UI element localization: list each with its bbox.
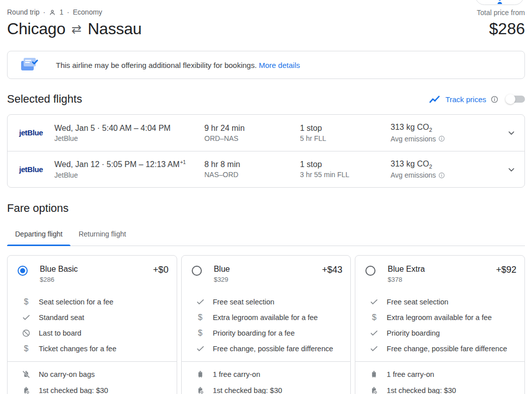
fare-radio[interactable] bbox=[365, 266, 375, 276]
dollar-icon: $ bbox=[20, 344, 33, 353]
fare-card-blue[interactable]: Blue $329 +$43 Free seat selection $ Ext… bbox=[181, 255, 351, 394]
fare-name: Blue Extra bbox=[388, 265, 425, 274]
track-prices-control: Track prices bbox=[429, 94, 525, 104]
dollar-icon: $ bbox=[367, 313, 381, 322]
flight-stops: 1 stop bbox=[300, 124, 386, 133]
flight-row-returning[interactable]: jetBlue Wed, Jan 12 · 5:05 PM – 12:13 AM… bbox=[8, 151, 524, 187]
flight-emissions: 313 kg CO2 bbox=[391, 160, 493, 170]
dollar-icon: $ bbox=[194, 313, 207, 322]
emissions-label: Avg emissions bbox=[391, 171, 493, 179]
blocked-icon bbox=[20, 329, 33, 338]
tab-returning-flight[interactable]: Returning flight bbox=[70, 222, 134, 246]
fare-feature: $ Extra legroom available for a fee bbox=[182, 309, 351, 325]
dollar-icon: $ bbox=[20, 297, 33, 306]
fare-feature: Free seat selection bbox=[355, 294, 524, 309]
header: Round trip · 1 · Economy Chicago ⇄ Nassa… bbox=[7, 7, 525, 38]
fare-options-title: Fare options bbox=[7, 202, 525, 215]
jetblue-logo: jetBlue bbox=[19, 128, 43, 137]
no-carry-on-icon bbox=[20, 370, 33, 379]
flight-emissions: 313 kg CO2 bbox=[391, 123, 493, 133]
info-icon[interactable] bbox=[438, 172, 445, 179]
track-prices-toggle[interactable] bbox=[507, 96, 525, 103]
fare-name: Blue Basic bbox=[40, 265, 78, 274]
checked-bag-icon bbox=[20, 386, 33, 394]
flight-stops: 1 stop bbox=[300, 160, 386, 169]
dollar-icon: $ bbox=[194, 329, 207, 338]
total-price-label: Total price from bbox=[477, 9, 525, 17]
flight-date-times: Wed, Jan 12 · 5:05 PM – 12:13 AM+1 bbox=[54, 160, 199, 169]
airline-name: JetBlue bbox=[54, 134, 199, 142]
tab-departing-flight[interactable]: Departing flight bbox=[7, 222, 70, 246]
selected-flight-list: jetBlue Wed, Jan 5 · 5:40 AM – 4:04 PM J… bbox=[7, 114, 525, 188]
jetblue-logo: jetBlue bbox=[19, 165, 43, 174]
check-icon bbox=[367, 344, 381, 353]
share-icon bbox=[496, 0, 503, 4]
track-prices-label[interactable]: Track prices bbox=[445, 95, 486, 104]
total-price-value: $286 bbox=[477, 20, 525, 38]
cabin-class-label: Economy bbox=[73, 8, 102, 16]
airline-name: JetBlue bbox=[54, 171, 199, 179]
check-icon bbox=[367, 297, 381, 306]
fare-name: Blue bbox=[214, 265, 230, 274]
fare-feature: Free change, possible fare difference bbox=[182, 341, 351, 356]
trip-type-label: Round trip bbox=[7, 8, 40, 16]
fare-grid: Blue Basic $286 +$0 $ Seat selection for… bbox=[7, 255, 525, 394]
more-details-link[interactable]: More details bbox=[259, 61, 300, 69]
fare-card-blue-basic[interactable]: Blue Basic $286 +$0 $ Seat selection for… bbox=[7, 255, 177, 394]
fare-price-delta: +$0 bbox=[153, 265, 169, 275]
fact-check-icon bbox=[20, 56, 42, 74]
fare-feature: $ Seat selection for a fee bbox=[8, 294, 177, 309]
flight-date-times: Wed, Jan 5 · 5:40 AM – 4:04 PM bbox=[54, 123, 199, 133]
baggage-row: No carry-on bags bbox=[8, 366, 177, 382]
fare-base-price: $286 bbox=[40, 276, 78, 283]
breadcrumb: Round trip · 1 · Economy bbox=[7, 8, 141, 16]
baggage-row: 1st checked bag: $30 bbox=[355, 382, 524, 394]
check-icon bbox=[20, 313, 33, 322]
flight-route: NAS–ORD bbox=[204, 171, 295, 179]
flexibility-banner: This airline may be offering additional … bbox=[7, 51, 525, 79]
carry-on-bag-icon bbox=[194, 370, 207, 379]
emissions-label: Avg emissions bbox=[391, 135, 493, 143]
carry-on-bag-icon bbox=[367, 370, 381, 379]
info-icon[interactable] bbox=[438, 135, 445, 142]
flight-duration: 8 hr 8 min bbox=[204, 160, 295, 169]
selected-flights-title: Selected flights bbox=[7, 93, 82, 106]
check-icon bbox=[367, 329, 381, 338]
checked-bag-icon bbox=[194, 386, 207, 394]
baggage-row: 1 free carry-on bbox=[182, 366, 351, 382]
passenger-icon bbox=[49, 9, 56, 16]
fare-feature: $ Ticket changes for a fee bbox=[8, 341, 177, 356]
expand-flight-chevron-icon[interactable] bbox=[498, 164, 524, 175]
flight-route: ORD–NAS bbox=[204, 134, 295, 142]
flight-row-departing[interactable]: jetBlue Wed, Jan 5 · 5:40 AM – 4:04 PM J… bbox=[8, 115, 524, 151]
flight-duration: 9 hr 24 min bbox=[204, 124, 295, 133]
fare-feature: $ Priority boarding for a fee bbox=[182, 325, 351, 341]
fare-price-delta: +$92 bbox=[496, 265, 516, 275]
origin-city: Chicago bbox=[7, 20, 65, 38]
fare-feature: Priority boarding bbox=[355, 325, 524, 341]
fare-base-price: $378 bbox=[388, 276, 425, 283]
fare-radio-selected[interactable] bbox=[18, 266, 28, 276]
baggage-row: 1st checked bag: $30 bbox=[182, 382, 351, 394]
fare-feature: Last to board bbox=[8, 325, 177, 341]
baggage-row: 1st checked bag: $30 bbox=[8, 382, 177, 394]
flight-details-page: Round trip · 1 · Economy Chicago ⇄ Nassa… bbox=[0, 0, 532, 394]
expand-flight-chevron-icon[interactable] bbox=[498, 127, 524, 138]
fare-card-blue-extra[interactable]: Blue Extra $378 +$92 Free seat selection… bbox=[355, 255, 525, 394]
checked-bag-icon bbox=[367, 386, 381, 394]
round-trip-swap-icon: ⇄ bbox=[71, 22, 82, 36]
fare-base-price: $329 bbox=[214, 276, 230, 283]
fare-feature: Free change, possible fare difference bbox=[355, 341, 524, 356]
flight-layover: 5 hr FLL bbox=[300, 134, 386, 142]
fare-feature: Standard seat bbox=[8, 309, 177, 325]
fare-feature: Free seat selection bbox=[182, 294, 351, 309]
fare-radio[interactable] bbox=[192, 266, 202, 276]
page-title: Chicago ⇄ Nassau bbox=[7, 20, 141, 38]
trending-up-icon bbox=[429, 94, 441, 104]
check-icon bbox=[194, 344, 207, 353]
passenger-count: 1 bbox=[59, 8, 63, 16]
info-icon[interactable] bbox=[491, 96, 498, 103]
fare-feature: $ Extra legroom available for a fee bbox=[355, 309, 524, 325]
fare-price-delta: +$43 bbox=[322, 265, 343, 275]
share-button[interactable] bbox=[475, 0, 524, 5]
